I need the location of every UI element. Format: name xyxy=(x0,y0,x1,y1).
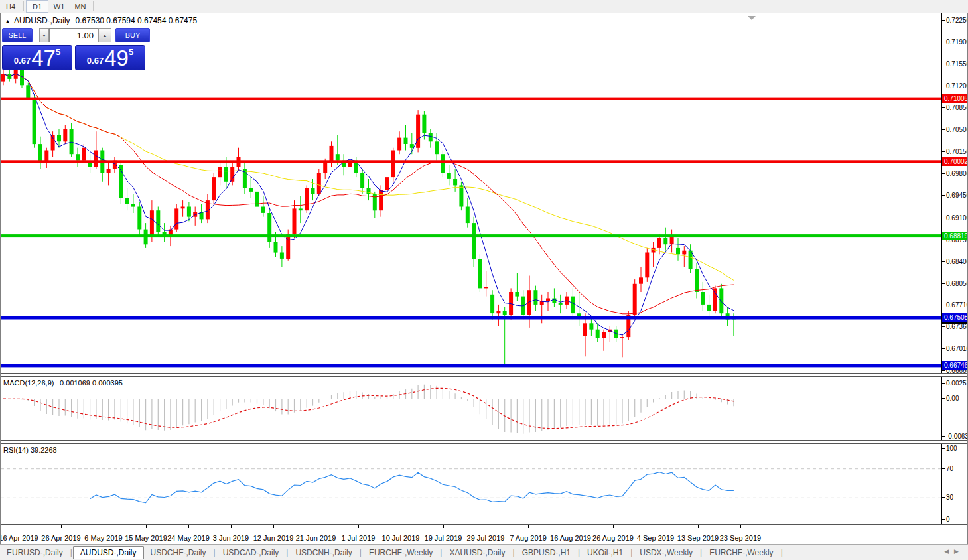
candle xyxy=(496,311,500,313)
macd-indicator-chart[interactable] xyxy=(1,377,941,440)
timeframe-button-w1[interactable]: W1 xyxy=(48,1,70,12)
chart-tab-eurchf-weekly[interactable]: EURCHF-,Weekly xyxy=(362,547,439,559)
time-axis-label: 23 Sep 2019 xyxy=(720,534,761,542)
candle xyxy=(453,179,457,185)
candle xyxy=(676,248,680,254)
horizontal-level-line[interactable] xyxy=(1,364,941,367)
time-axis-label: 1 Jul 2019 xyxy=(342,534,376,542)
horizontal-level-line[interactable] xyxy=(1,316,941,320)
candle xyxy=(261,207,265,213)
time-axis-label: 24 May 2019 xyxy=(167,534,210,542)
chart-tab-usdcad-daily[interactable]: USDCAD-,Daily xyxy=(216,547,286,559)
time-axis-label: 29 Jul 2019 xyxy=(467,534,505,542)
macd-axis: 0.0025740.00-0.006326 xyxy=(941,377,967,440)
moving-average-50 xyxy=(3,74,734,280)
chart-tab-ukoil-h1[interactable]: UKOil-,H1 xyxy=(581,547,630,559)
chart-tab-xauusd-daily[interactable]: XAUUSD-,Daily xyxy=(443,547,512,559)
price-level-label: 0.70002 xyxy=(942,157,967,166)
macd-pane: 0.0025740.00-0.006326 MACD(12,26,9)-0.00… xyxy=(1,377,967,440)
rsi-indicator-chart[interactable] xyxy=(1,444,941,524)
chart-tab-audusd-daily[interactable]: AUDUSD-,Daily xyxy=(73,546,144,559)
tab-separator: | xyxy=(578,548,580,557)
axis-tick-label: 0.70500 xyxy=(942,125,967,134)
time-axis-label: 3 Jun 2019 xyxy=(213,534,249,542)
candle xyxy=(323,163,327,173)
candle xyxy=(602,332,606,338)
horizontal-level-line[interactable] xyxy=(1,98,941,100)
chart-tab-usdcnh-daily[interactable]: USDCNH-,Daily xyxy=(289,547,358,559)
candle xyxy=(620,337,624,338)
candle xyxy=(267,213,271,242)
candle xyxy=(596,330,600,338)
candle xyxy=(26,85,30,98)
chart-tab-eurusd-daily[interactable]: EURUSD-,Daily xyxy=(0,547,70,559)
tab-separator: | xyxy=(286,548,288,557)
candle xyxy=(478,259,482,288)
axis-tick-label: 0.00 xyxy=(942,394,967,403)
candle xyxy=(311,188,315,194)
timeframe-button-d1[interactable]: D1 xyxy=(26,0,48,13)
tab-separator: | xyxy=(70,548,72,557)
candle xyxy=(503,311,507,315)
price-level-label: 0.66746 xyxy=(942,361,967,370)
candle xyxy=(559,303,563,305)
candle xyxy=(255,192,259,207)
axis-tick-label: 0.71200 xyxy=(942,82,967,90)
time-axis-label: 26 Apr 2019 xyxy=(41,534,80,542)
candle xyxy=(156,210,160,232)
volume-input[interactable] xyxy=(49,28,98,42)
sell-price-tile[interactable]: 0.67 47 5 xyxy=(2,45,72,70)
chart-tab-usdchf-daily[interactable]: USDCHF-,Daily xyxy=(144,547,213,559)
candle xyxy=(131,204,135,207)
chart-ohlc-values: 0.67530 0.67594 0.67454 0.67475 xyxy=(76,16,198,25)
chart-tab-eurchf-weekly[interactable]: EURCHF-,Weekly xyxy=(703,547,780,559)
horizontal-level-line[interactable] xyxy=(1,234,941,237)
candle xyxy=(657,238,661,248)
price-axis: 0.722500.719000.715500.712000.708500.705… xyxy=(941,13,967,373)
moving-average-5 xyxy=(3,74,734,335)
sell-button[interactable]: SELL xyxy=(2,28,33,42)
chart-shift-marker[interactable] xyxy=(748,16,756,20)
buy-price-tile[interactable]: 0.67 49 5 xyxy=(75,45,145,70)
sell-price-big: 47 xyxy=(31,48,56,68)
candle xyxy=(633,284,637,315)
candle xyxy=(484,287,488,289)
time-axis-label: 16 Aug 2019 xyxy=(550,534,591,542)
time-axis-tick xyxy=(231,525,232,528)
chart-tab-usdx-weekly[interactable]: USDX-,Weekly xyxy=(633,547,699,559)
axis-tick-label: 0.72250 xyxy=(942,16,967,25)
candle xyxy=(150,210,154,237)
axis-tick-label: 0.67710 xyxy=(942,301,967,309)
candle xyxy=(682,251,686,255)
rsi-pane: 10070300 RSI(14) 39.2268 xyxy=(1,444,967,524)
axis-tick-label: 0 xyxy=(942,515,967,524)
axis-tick-label: 0.69100 xyxy=(942,214,967,222)
candle xyxy=(429,133,433,141)
horizontal-level-line[interactable] xyxy=(1,160,941,163)
time-axis-tick xyxy=(401,525,401,528)
tab-scroll-right-icon[interactable]: ▶ xyxy=(954,548,964,555)
chart-tab-gbpusd-h1[interactable]: GBPUSD-,H1 xyxy=(516,547,577,559)
candle xyxy=(305,188,309,210)
candle xyxy=(107,169,111,173)
timeframe-button-h4[interactable]: H4 xyxy=(0,1,21,12)
candle xyxy=(546,299,550,301)
candle xyxy=(533,290,537,305)
time-axis-tick xyxy=(19,525,19,528)
volume-decrease-button[interactable]: ▼ xyxy=(39,28,49,42)
tab-scroll-left-icon[interactable]: ◀ xyxy=(944,548,954,555)
timeframe-button-mn[interactable]: MN xyxy=(70,1,91,12)
candle xyxy=(410,144,414,148)
candle xyxy=(317,173,321,194)
chart-window: 0.722500.719000.715500.712000.708500.705… xyxy=(0,13,968,548)
candle xyxy=(435,141,439,154)
buy-button[interactable]: BUY xyxy=(115,28,150,42)
price-pane: 0.722500.719000.715500.712000.708500.705… xyxy=(1,13,967,373)
volume-increase-button[interactable]: ▲ xyxy=(98,28,111,42)
candle xyxy=(397,138,401,151)
buy-price-sup: 5 xyxy=(129,47,133,57)
tab-separator: | xyxy=(513,548,515,557)
candle xyxy=(459,185,463,206)
oneclick-collapse-icon[interactable]: ▲ xyxy=(5,18,11,25)
candle xyxy=(707,305,711,311)
